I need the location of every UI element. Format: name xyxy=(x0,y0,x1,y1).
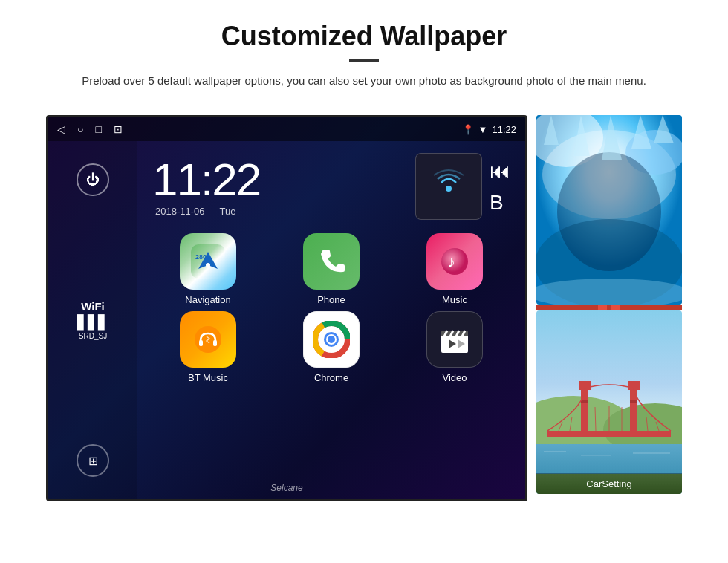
svg-point-0 xyxy=(446,186,452,192)
grid-button[interactable]: ⊞ xyxy=(77,444,109,477)
btmusic-app-icon xyxy=(180,311,236,368)
svg-rect-49 xyxy=(581,400,588,403)
app-grid: 280 Navigation xyxy=(137,227,525,389)
svg-point-36 xyxy=(536,279,682,305)
svg-rect-46 xyxy=(630,385,637,437)
recent-icon[interactable]: □ xyxy=(95,123,101,135)
music-app-icon: ♪ xyxy=(426,233,483,290)
prev-icon[interactable]: ⏮ xyxy=(490,159,510,183)
app-item-chrome[interactable]: Chrome xyxy=(273,311,390,383)
app-item-video[interactable]: Video xyxy=(396,311,513,383)
ice-pattern xyxy=(536,115,682,305)
wifi-signal-icon: ▋▋▋ xyxy=(77,314,108,331)
date-value: 2018-11-06 xyxy=(155,206,205,217)
app-item-phone[interactable]: Phone xyxy=(273,233,390,305)
svg-point-16 xyxy=(328,336,335,343)
page-header: Customized Wallpaper Preload over 5 defa… xyxy=(0,0,728,102)
screen-body: ⏻ WiFi ▋▋▋ SRD_SJ ⊞ 11:22 2018-11-06 Tu xyxy=(48,141,525,499)
wallpaper-divider xyxy=(536,305,682,310)
day-value: Tue xyxy=(220,206,236,217)
chrome-app-label: Chrome xyxy=(314,372,348,383)
music-app-label: Music xyxy=(442,294,467,305)
status-bar-nav: ◁ ○ □ ⊡ xyxy=(57,123,123,135)
page-description: Preload over 5 default wallpaper options… xyxy=(82,72,646,90)
app-item-music[interactable]: ♪ Music xyxy=(396,233,513,305)
svg-rect-44 xyxy=(547,431,671,437)
status-bar: ◁ ○ □ ⊡ 📍 ▼ 11:22 xyxy=(48,117,525,141)
small-icons: ⏮ B xyxy=(490,159,510,215)
carsetting-label: CarSetting xyxy=(536,473,682,494)
svg-rect-8 xyxy=(199,340,203,346)
page-title: Customized Wallpaper xyxy=(59,21,669,52)
clock-date: 2018-11-06 Tue xyxy=(152,206,260,217)
watermark: Selcane xyxy=(270,483,302,493)
svg-rect-50 xyxy=(630,400,637,403)
btmusic-app-label: BT Music xyxy=(188,372,228,383)
location-icon: 📍 xyxy=(462,124,474,135)
back-icon[interactable]: ◁ xyxy=(57,123,65,135)
signal-icon: ▼ xyxy=(478,124,488,135)
status-bar-info: 📍 ▼ 11:22 xyxy=(462,124,516,135)
status-time: 11:22 xyxy=(492,124,516,135)
center-content: 11:22 2018-11-06 Tue xyxy=(137,141,525,499)
video-app-icon xyxy=(426,311,483,368)
screenshot-icon[interactable]: ⊡ xyxy=(114,123,123,135)
svg-point-4 xyxy=(206,263,210,267)
svg-point-30 xyxy=(557,152,661,271)
clock-area: 11:22 2018-11-06 Tue xyxy=(137,141,525,227)
power-button[interactable]: ⏻ xyxy=(77,163,109,196)
clock-time: 11:22 xyxy=(152,157,260,203)
video-app-label: Video xyxy=(442,372,467,383)
navigation-app-label: Navigation xyxy=(185,294,230,305)
app-item-navigation[interactable]: 280 Navigation xyxy=(149,233,267,305)
chrome-app-icon xyxy=(303,311,360,368)
clock-block: 11:22 2018-11-06 Tue xyxy=(152,157,260,217)
wifi-label: WiFi xyxy=(77,300,108,313)
carsetting-label-text: CarSetting xyxy=(586,478,631,489)
wifi-info: WiFi ▋▋▋ SRD_SJ xyxy=(77,300,108,340)
clock-icons: ⏮ B xyxy=(415,153,510,220)
next-icon[interactable]: B xyxy=(490,191,510,215)
wallpaper-ice[interactable] xyxy=(536,115,682,305)
app-item-btmusic[interactable]: BT Music xyxy=(149,311,267,383)
wallpaper-thumbnails: CarSetting xyxy=(536,115,682,494)
wifi-network-name: SRD_SJ xyxy=(77,332,108,340)
radio-app-icon[interactable] xyxy=(415,153,482,220)
left-sidebar: ⏻ WiFi ▋▋▋ SRD_SJ ⊞ xyxy=(48,141,137,499)
wallpaper-bridge[interactable]: CarSetting xyxy=(536,310,682,494)
svg-text:♪: ♪ xyxy=(447,253,455,271)
android-screen: ◁ ○ □ ⊡ 📍 ▼ 11:22 ⏻ WiFi ▋▋▋ SRD_SJ xyxy=(46,115,527,501)
home-icon[interactable]: ○ xyxy=(77,123,83,135)
title-divider xyxy=(349,59,379,62)
phone-app-icon xyxy=(303,233,360,290)
navigation-app-icon: 280 xyxy=(180,233,236,290)
main-content: ◁ ○ □ ⊡ 📍 ▼ 11:22 ⏻ WiFi ▋▋▋ SRD_SJ xyxy=(0,102,728,501)
svg-rect-9 xyxy=(213,340,217,346)
phone-app-label: Phone xyxy=(317,294,345,305)
